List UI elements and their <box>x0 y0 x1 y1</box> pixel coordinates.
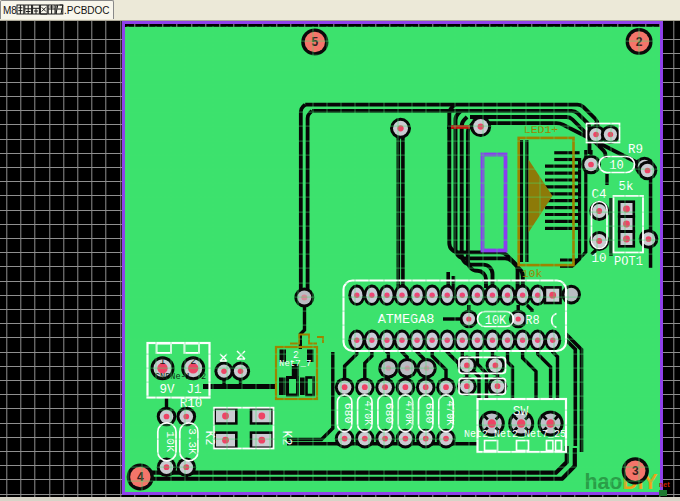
svg-text:.PCBDOC: .PCBDOC <box>64 5 110 16</box>
svg-text:net: net <box>659 481 670 488</box>
svg-text:M8: M8 <box>3 5 17 16</box>
